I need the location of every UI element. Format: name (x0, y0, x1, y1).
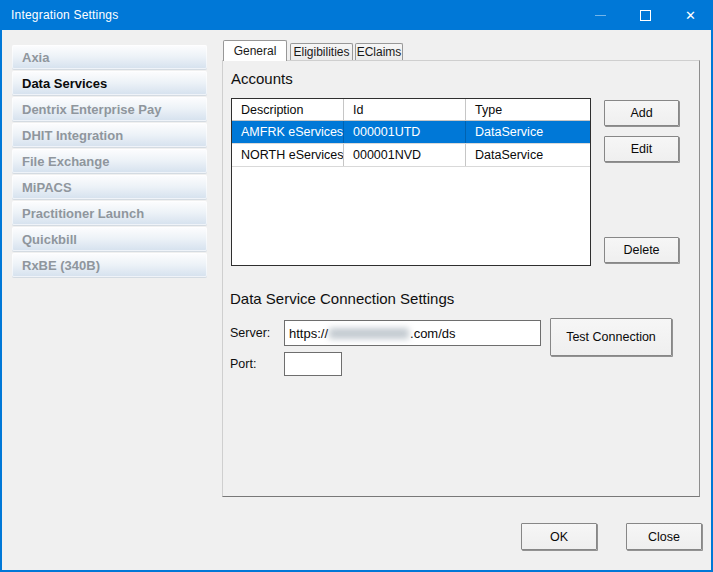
table-row[interactable]: AMFRK eServices 000001UTD DataService (232, 121, 590, 144)
sidebar-item-practitioner-launch[interactable]: Practitioner Launch (12, 201, 207, 225)
minimize-icon (595, 15, 606, 16)
server-value-redacted (329, 328, 409, 339)
close-dialog-button[interactable]: Close (626, 523, 702, 550)
sidebar-item-file-exchange[interactable]: File Exchange (12, 149, 207, 173)
tab-eclaims[interactable]: EClaims (355, 43, 403, 60)
cell-description: NORTH eServices (232, 144, 344, 166)
port-input[interactable] (284, 352, 342, 376)
sidebar-item-dentrix-enterprise-pay[interactable]: Dentrix Enterprise Pay (12, 97, 207, 121)
test-connection-button[interactable]: Test Connection (550, 318, 672, 356)
sidebar-item-rxbe-340b[interactable]: RxBE (340B) (12, 253, 207, 277)
cell-type: DataService (466, 121, 590, 143)
table-row[interactable]: NORTH eServices 000001NVD DataService (232, 144, 590, 167)
cell-description: AMFRK eServices (232, 121, 344, 143)
column-header-type[interactable]: Type (466, 99, 590, 121)
window-title: Integration Settings (0, 8, 578, 22)
column-header-description[interactable]: Description (232, 99, 344, 121)
dialog-body: Axia Data Services Dentrix Enterprise Pa… (2, 30, 711, 570)
accounts-heading: Accounts (231, 70, 293, 87)
cell-type: DataService (466, 144, 590, 166)
cell-id: 000001NVD (344, 144, 466, 166)
add-button[interactable]: Add (604, 100, 679, 126)
sidebar-item-data-services[interactable]: Data Services (12, 71, 207, 95)
sidebar-item-quickbill[interactable]: Quickbill (12, 227, 207, 251)
cell-id: 000001UTD (344, 121, 466, 143)
title-bar[interactable]: Integration Settings ✕ (0, 0, 713, 30)
sidebar-item-mipacs[interactable]: MiPACS (12, 175, 207, 199)
accounts-table: Description Id Type AMFRK eServices 0000… (231, 98, 591, 266)
sidebar-item-dhit-integration[interactable]: DHIT Integration (12, 123, 207, 147)
delete-button[interactable]: Delete (604, 237, 679, 263)
window-controls: ✕ (578, 0, 713, 30)
server-value-suffix: .com/ds (410, 326, 456, 341)
close-icon: ✕ (685, 9, 696, 22)
general-tab-panel: Accounts Description Id Type AMFRK eServ… (222, 60, 700, 497)
tab-general[interactable]: General (223, 40, 287, 61)
edit-button[interactable]: Edit (604, 136, 679, 162)
maximize-button[interactable] (623, 0, 668, 30)
server-input[interactable]: https://.com/ds (284, 320, 541, 346)
port-label: Port: (230, 352, 256, 376)
integration-settings-dialog: Integration Settings ✕ Axia Data Service… (0, 0, 713, 572)
maximize-icon (640, 10, 651, 21)
sidebar-item-axia[interactable]: Axia (12, 45, 207, 69)
server-value-prefix: https:// (289, 326, 328, 341)
server-label: Server: (230, 320, 270, 346)
column-header-id[interactable]: Id (344, 99, 466, 121)
close-button[interactable]: ✕ (668, 0, 713, 30)
accounts-table-header: Description Id Type (232, 99, 590, 121)
sidebar: Axia Data Services Dentrix Enterprise Pa… (12, 45, 207, 279)
ok-button[interactable]: OK (521, 523, 597, 550)
tab-eligibilities[interactable]: Eligibilities (290, 43, 353, 60)
connection-settings-heading: Data Service Connection Settings (230, 290, 454, 307)
minimize-button[interactable] (578, 0, 623, 30)
